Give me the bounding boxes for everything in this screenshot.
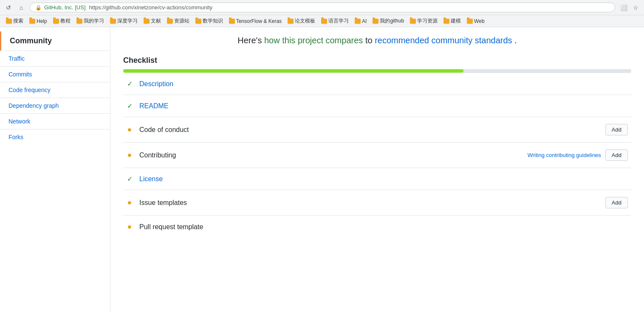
bookmark-item[interactable]: 文献 — [141, 17, 164, 25]
bookmark-label: 数学知识 — [203, 17, 223, 25]
bookmark-label: 论文模板 — [295, 17, 315, 25]
add-button[interactable]: Add — [605, 149, 628, 161]
bookmark-label: 教程 — [60, 17, 71, 25]
checklist-action-cell — [333, 216, 631, 238]
home-button[interactable]: ⌂ — [17, 3, 25, 12]
bookmark-item[interactable]: 资源站 — [164, 17, 192, 25]
sidebar: Community TrafficCommitsCode frequencyDe… — [0, 27, 110, 312]
checklist-action-cell: Writing contributing guidelinesAdd — [333, 143, 631, 168]
folder-icon — [76, 19, 82, 24]
checklist-action-cell — [333, 73, 631, 95]
bookmark-label: 我的学习 — [84, 17, 104, 25]
check-icon: ✓ — [127, 175, 133, 182]
checklist-row: ✓Description — [123, 73, 631, 95]
checklist-item-link[interactable]: Description — [139, 80, 173, 87]
org-name: GitHub, Inc. [US] — [44, 4, 86, 11]
bookmark-item[interactable]: 我的学习 — [74, 17, 107, 25]
bookmark-label: 建模 — [451, 17, 461, 25]
folder-icon — [355, 19, 361, 24]
refresh-button[interactable]: ↺ — [4, 3, 13, 12]
writing-guidelines-link[interactable]: Writing contributing guidelines — [528, 152, 601, 158]
folder-icon — [321, 19, 327, 24]
checklist-item-label: Pull request template — [136, 216, 333, 238]
page-layout: Community TrafficCommitsCode frequencyDe… — [0, 27, 644, 312]
checklist-action-cell: Add — [333, 190, 631, 216]
checklist-item-link[interactable]: License — [139, 175, 163, 182]
bookmark-label: 搜索 — [13, 17, 23, 25]
main-content: Here's how this project compares to reco… — [110, 27, 644, 312]
bookmark-item[interactable]: 论文模板 — [285, 17, 318, 25]
checklist-item-label: License — [136, 168, 333, 190]
folder-icon — [229, 19, 235, 24]
checklist-item-label: Contributing — [136, 143, 333, 168]
address-bar[interactable]: 🔒 GitHub, Inc. [US] https://github.com/x… — [30, 3, 615, 12]
bookmark-label: 文献 — [151, 17, 161, 25]
bookmark-label: Web — [474, 18, 484, 24]
bookmark-item[interactable]: Help — [27, 17, 50, 25]
dot-icon: ● — [127, 151, 132, 159]
bookmark-item[interactable]: Web — [464, 17, 487, 25]
check-icon: ✓ — [127, 80, 133, 87]
sidebar-nav-item-network[interactable]: Network — [0, 113, 110, 129]
folder-icon — [467, 19, 473, 24]
bookmark-button[interactable]: ☆ — [631, 3, 640, 12]
dot-icon: ● — [127, 222, 132, 231]
bookmark-item[interactable]: AI — [352, 17, 369, 25]
checklist-icon-cell: ● — [123, 143, 136, 168]
bookmark-item[interactable]: TensorFlow & Keras — [226, 17, 284, 25]
bookmark-label: AI — [362, 18, 367, 24]
folder-icon — [410, 19, 416, 24]
bookmark-label: TensorFlow & Keras — [236, 18, 282, 24]
checklist-row: ●Pull request template — [123, 216, 631, 238]
folder-icon — [29, 19, 35, 24]
checklist-item-text: Pull request template — [139, 223, 203, 230]
bookmark-item[interactable]: 我的github — [370, 17, 407, 25]
checklist-item-text: Code of conduct — [139, 126, 189, 133]
sidebar-nav-item-commits[interactable]: Commits — [0, 66, 110, 82]
sidebar-nav-item-forks[interactable]: Forks — [0, 129, 110, 145]
dot-icon: ● — [127, 198, 132, 207]
checklist-action-cell — [333, 95, 631, 117]
intro-black1: Here's — [237, 36, 264, 45]
checklist-action-cell: Add — [333, 117, 631, 143]
sidebar-nav-item-code-frequency[interactable]: Code frequency — [0, 82, 110, 98]
checklist-icon-cell: ● — [123, 216, 136, 238]
bookmark-item[interactable]: 搜索 — [3, 17, 26, 25]
bookmark-label: 深度学习 — [117, 17, 138, 25]
bookmark-item[interactable]: 深度学习 — [107, 17, 140, 25]
url-text: https://github.com/xinetzone/cv-actions/… — [89, 4, 212, 11]
add-button[interactable]: Add — [605, 124, 628, 135]
checklist-title: Checklist — [123, 56, 631, 65]
bookmark-item[interactable]: 学习资源 — [407, 17, 440, 25]
lock-icon: 🔒 — [35, 5, 42, 11]
folder-icon — [6, 19, 12, 24]
bookmark-item[interactable]: 建模 — [441, 17, 463, 25]
bookmark-item[interactable]: 教程 — [51, 17, 73, 25]
checklist-row: ✓README — [123, 95, 631, 117]
bookmark-label: 语言学习 — [328, 17, 349, 25]
intro-black3: . — [514, 36, 517, 45]
browser-right-buttons: ⬜ ☆ — [619, 3, 640, 12]
checklist-row: ●Code of conductAdd — [123, 117, 631, 143]
bookmark-label: Help — [37, 18, 47, 24]
bookmark-item[interactable]: 数学知识 — [193, 17, 226, 25]
tab-view-button[interactable]: ⬜ — [619, 3, 628, 12]
browser-chrome: ↺ ⌂ 🔒 GitHub, Inc. [US] https://github.c… — [0, 0, 644, 27]
sidebar-title: Community — [0, 31, 110, 50]
checklist-icon-cell: ✓ — [123, 95, 136, 117]
checklist-item-text: Contributing — [139, 151, 176, 159]
checklist-item-label: Description — [136, 73, 333, 95]
sidebar-nav-item-traffic[interactable]: Traffic — [0, 50, 110, 66]
add-button[interactable]: Add — [605, 197, 628, 208]
sidebar-nav-item-dependency-graph[interactable]: Dependency graph — [0, 98, 110, 113]
progress-bar-fill — [123, 69, 463, 73]
checklist-item-link[interactable]: README — [139, 102, 168, 109]
dot-icon: ● — [127, 125, 132, 134]
folder-icon — [167, 19, 173, 24]
folder-icon — [443, 19, 449, 24]
progress-bar-container — [123, 69, 631, 73]
bookmark-item[interactable]: 语言学习 — [319, 17, 351, 25]
checklist-item-text: Issue templates — [139, 199, 187, 206]
bookmark-label: 我的github — [380, 17, 404, 25]
checklist-icon-cell: ● — [123, 117, 136, 143]
